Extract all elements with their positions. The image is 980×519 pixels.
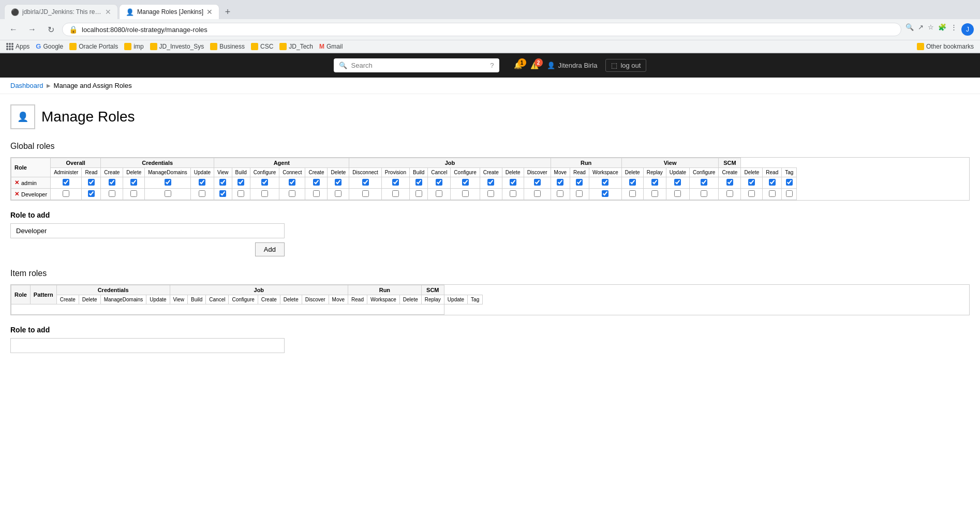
permission-checkbox[interactable] bbox=[219, 179, 226, 186]
bookmark-google[interactable]: G Google bbox=[36, 42, 63, 50]
permission-checkbox[interactable] bbox=[786, 179, 793, 186]
permission-checkbox[interactable] bbox=[313, 190, 320, 197]
close-tab-jenkins[interactable]: ✕ bbox=[206, 8, 213, 16]
permission-checkbox[interactable] bbox=[165, 179, 171, 186]
permission-checkbox[interactable] bbox=[557, 179, 563, 186]
permission-checkbox[interactable] bbox=[510, 190, 516, 197]
bookmark-oracle[interactable]: Oracle Portals bbox=[69, 43, 118, 50]
bookmark-jd-investo[interactable]: JD_Investo_Sys bbox=[150, 43, 204, 50]
search-help-icon[interactable]: ? bbox=[490, 62, 494, 69]
reload-button[interactable]: ↻ bbox=[43, 22, 58, 37]
permission-checkbox[interactable] bbox=[726, 179, 733, 186]
bookmark-imp[interactable]: imp bbox=[124, 43, 143, 50]
permission-checkbox[interactable] bbox=[674, 190, 681, 197]
warning-notification[interactable]: ⚠️ 2 bbox=[530, 62, 539, 69]
menu-icon[interactable]: ⋮ bbox=[951, 23, 957, 36]
close-tab-github[interactable]: ✕ bbox=[105, 8, 111, 16]
url-bar[interactable]: 🔒 localhost:8080/role-strategy/manage-ro… bbox=[62, 23, 901, 36]
logout-button[interactable]: ⬚ log out bbox=[605, 59, 646, 72]
permission-checkbox[interactable] bbox=[557, 190, 563, 197]
bookmark-jdtech[interactable]: JD_Tech bbox=[279, 43, 313, 50]
permission-checkbox[interactable] bbox=[576, 190, 583, 197]
extension-icon[interactable]: 🧩 bbox=[938, 23, 946, 36]
delete-role-icon[interactable]: ✕ bbox=[14, 179, 19, 186]
role-add-input-item[interactable] bbox=[10, 338, 285, 353]
bookmark-csc[interactable]: CSC bbox=[251, 43, 273, 50]
permission-checkbox[interactable] bbox=[415, 190, 422, 197]
permission-checkbox[interactable] bbox=[436, 179, 442, 186]
forward-button[interactable]: → bbox=[25, 22, 39, 37]
share-icon[interactable]: ↗ bbox=[918, 23, 924, 36]
permission-checkbox[interactable] bbox=[165, 190, 171, 197]
bookmark-gmail[interactable]: M Gmail bbox=[319, 43, 343, 50]
permission-checkbox[interactable] bbox=[392, 179, 399, 186]
tab-jenkins[interactable]: 👤 Manage Roles [Jenkins] ✕ bbox=[119, 4, 219, 19]
permission-checkbox[interactable] bbox=[130, 190, 137, 197]
permission-checkbox[interactable] bbox=[462, 190, 469, 197]
permission-checkbox[interactable] bbox=[629, 179, 636, 186]
permission-checkbox[interactable] bbox=[726, 190, 733, 197]
permission-checkbox[interactable] bbox=[335, 190, 341, 197]
breadcrumb-dashboard[interactable]: Dashboard bbox=[10, 82, 43, 89]
role-add-input-global[interactable] bbox=[10, 223, 285, 238]
permission-checkbox[interactable] bbox=[786, 190, 793, 197]
permission-checkbox[interactable] bbox=[462, 179, 469, 186]
permission-checkbox[interactable] bbox=[701, 190, 707, 197]
delete-role-icon[interactable]: ✕ bbox=[14, 191, 19, 197]
permission-checkbox[interactable] bbox=[237, 179, 244, 186]
permission-checkbox[interactable] bbox=[219, 190, 226, 197]
user-avatar[interactable]: J bbox=[961, 23, 974, 36]
permission-checkbox[interactable] bbox=[487, 179, 494, 186]
bell-notification[interactable]: 🔔 1 bbox=[514, 62, 522, 69]
permission-checkbox[interactable] bbox=[289, 190, 295, 197]
permission-checkbox[interactable] bbox=[109, 179, 115, 186]
permission-checkbox[interactable] bbox=[701, 179, 707, 186]
permission-checkbox[interactable] bbox=[651, 190, 658, 197]
new-tab-button[interactable]: + bbox=[220, 5, 235, 19]
bookmark-icon[interactable]: ☆ bbox=[928, 23, 934, 36]
permission-checkbox[interactable] bbox=[261, 179, 268, 186]
permission-checkbox[interactable] bbox=[362, 190, 369, 197]
permission-checkbox[interactable] bbox=[674, 179, 681, 186]
permission-checkbox[interactable] bbox=[534, 190, 541, 197]
permission-checkbox[interactable] bbox=[602, 190, 608, 197]
permission-checkbox[interactable] bbox=[748, 179, 755, 186]
permission-checkbox[interactable] bbox=[237, 190, 244, 197]
permission-checkbox[interactable] bbox=[415, 179, 422, 186]
search-icon[interactable]: 🔍 bbox=[905, 23, 914, 36]
permission-checkbox[interactable] bbox=[748, 190, 755, 197]
permission-checkbox[interactable] bbox=[109, 190, 115, 197]
permission-checkbox[interactable] bbox=[651, 179, 658, 186]
search-box[interactable]: 🔍 ? bbox=[334, 58, 499, 72]
back-button[interactable]: ← bbox=[6, 22, 21, 37]
permission-checkbox[interactable] bbox=[261, 190, 268, 197]
add-role-button-global[interactable]: Add bbox=[255, 242, 285, 256]
permission-checkbox[interactable] bbox=[63, 190, 69, 197]
permission-checkbox[interactable] bbox=[392, 190, 399, 197]
permission-checkbox[interactable] bbox=[487, 190, 494, 197]
permission-checkbox[interactable] bbox=[88, 190, 95, 197]
permission-checkbox[interactable] bbox=[199, 190, 205, 197]
bookmark-business[interactable]: Business bbox=[210, 43, 245, 50]
permission-checkbox[interactable] bbox=[629, 190, 636, 197]
bookmark-other[interactable]: Other bookmarks bbox=[917, 43, 974, 50]
permission-checkbox[interactable] bbox=[88, 179, 95, 186]
permission-checkbox[interactable] bbox=[576, 179, 583, 186]
permission-checkbox[interactable] bbox=[335, 179, 341, 186]
permission-checkbox[interactable] bbox=[199, 179, 205, 186]
permission-checkbox[interactable] bbox=[534, 179, 541, 186]
search-input[interactable] bbox=[351, 62, 486, 69]
bookmark-apps[interactable]: Apps bbox=[6, 43, 29, 50]
tab-github[interactable]: ⚫ jdbirla/JD_Jenkins: This repositor... … bbox=[4, 4, 118, 19]
permission-checkbox[interactable] bbox=[769, 179, 776, 186]
permission-checkbox[interactable] bbox=[436, 190, 442, 197]
permission-checkbox[interactable] bbox=[63, 179, 69, 186]
permission-checkbox[interactable] bbox=[602, 179, 608, 186]
permission-checkbox[interactable] bbox=[130, 179, 137, 186]
permission-checkbox[interactable] bbox=[769, 190, 776, 197]
user-info[interactable]: 👤 Jitendra Birla bbox=[547, 62, 598, 69]
permission-checkbox[interactable] bbox=[289, 179, 295, 186]
permission-checkbox[interactable] bbox=[510, 179, 516, 186]
permission-checkbox[interactable] bbox=[313, 179, 320, 186]
permission-checkbox[interactable] bbox=[362, 179, 369, 186]
